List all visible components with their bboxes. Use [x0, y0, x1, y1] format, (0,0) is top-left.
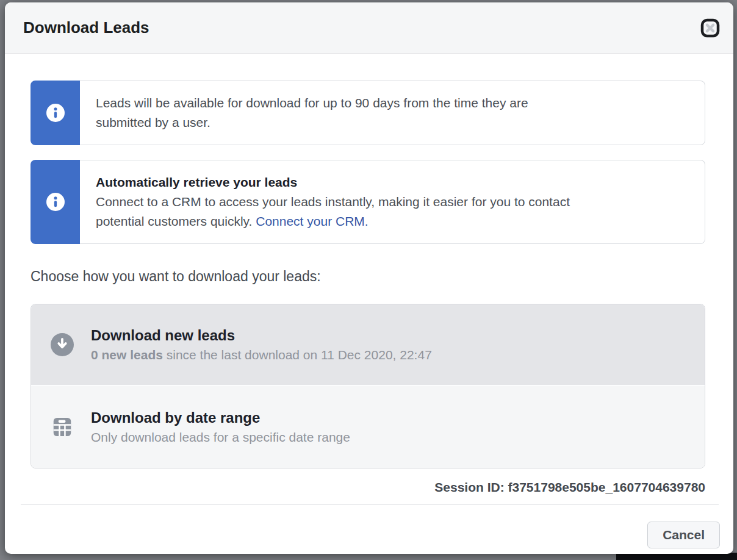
close-icon — [700, 18, 720, 38]
notice-crm-title: Automatically retrieve your leads — [96, 173, 689, 192]
close-button[interactable] — [699, 17, 721, 39]
notice-text-container: Leads will be available for download for… — [80, 81, 705, 145]
option-download-new-leads[interactable]: Download new leads 0 new leads since the… — [31, 304, 705, 386]
new-leads-count: 0 new leads — [91, 348, 163, 362]
connect-crm-link[interactable]: Connect your CRM. — [256, 214, 368, 228]
option-subtitle: Only download leads for a specific date … — [91, 428, 350, 447]
option-title: Download new leads — [91, 325, 432, 346]
option-subtitle: 0 new leads since the last download on 1… — [91, 346, 432, 364]
notice-retention-text: Leads will be available for download for… — [96, 93, 689, 132]
choose-prompt: Choose how you want to download your lea… — [31, 266, 705, 287]
info-icon — [46, 104, 65, 122]
notice-card-crm: Automatically retrieve your leads Connec… — [31, 160, 705, 244]
download-leads-dialog: Download Leads — [5, 2, 733, 554]
option-title: Download by date range — [91, 407, 350, 428]
option-download-by-date-range[interactable]: Download by date range Only download lea… — [31, 386, 705, 468]
option-text-block: Download by date range Only download lea… — [91, 407, 350, 447]
session-id: Session ID: f3751798e505be_1607704639780 — [31, 478, 705, 497]
cancel-button[interactable]: Cancel — [647, 522, 720, 548]
download-options-list: Download new leads 0 new leads since the… — [31, 304, 705, 468]
info-icon — [46, 193, 65, 211]
notice-crm-text: Connect to a CRM to access your leads in… — [96, 192, 689, 231]
notice-text-container: Automatically retrieve your leads Connec… — [80, 160, 705, 244]
dialog-header: Download Leads — [5, 2, 733, 54]
last-download-info: since the last download on 11 Dec 2020, … — [163, 348, 432, 362]
notice-card-retention: Leads will be available for download for… — [31, 81, 705, 145]
download-circle-icon — [51, 333, 74, 356]
calendar-icon — [51, 415, 74, 439]
info-accent-bar — [31, 81, 80, 145]
dialog-title: Download Leads — [23, 18, 149, 37]
option-text-block: Download new leads 0 new leads since the… — [91, 325, 432, 364]
info-accent-bar — [31, 160, 80, 244]
dialog-footer: Cancel — [5, 504, 733, 548]
dialog-body: Leads will be available for download for… — [5, 81, 733, 497]
